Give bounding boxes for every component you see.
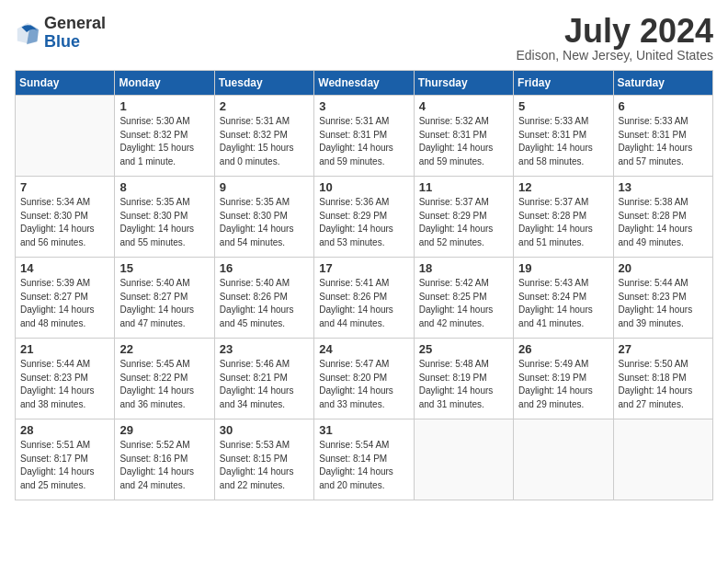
day-info: Sunrise: 5:46 AM Sunset: 8:21 PM Dayligh… [220, 358, 309, 411]
calendar-cell [414, 419, 513, 500]
calendar-week-row: 7Sunrise: 5:34 AM Sunset: 8:30 PM Daylig… [16, 177, 713, 258]
day-number: 5 [518, 99, 608, 113]
calendar-table: SundayMondayTuesdayWednesdayThursdayFrid… [15, 70, 713, 500]
calendar-cell: 8Sunrise: 5:35 AM Sunset: 8:30 PM Daylig… [115, 177, 214, 258]
day-number: 21 [20, 342, 109, 356]
logo-general: General [44, 14, 106, 32]
calendar-cell: 4Sunrise: 5:32 AM Sunset: 8:31 PM Daylig… [414, 96, 513, 177]
day-number: 9 [220, 180, 309, 194]
weekday-header-tuesday: Tuesday [214, 71, 313, 96]
calendar-cell: 29Sunrise: 5:52 AM Sunset: 8:16 PM Dayli… [115, 419, 214, 500]
day-number: 20 [619, 261, 708, 275]
day-info: Sunrise: 5:30 AM Sunset: 8:32 PM Dayligh… [119, 115, 209, 168]
calendar-cell: 18Sunrise: 5:42 AM Sunset: 8:25 PM Dayli… [414, 258, 513, 339]
day-info: Sunrise: 5:52 AM Sunset: 8:16 PM Dayligh… [119, 439, 209, 492]
calendar-cell: 23Sunrise: 5:46 AM Sunset: 8:21 PM Dayli… [214, 339, 313, 419]
day-info: Sunrise: 5:45 AM Sunset: 8:22 PM Dayligh… [119, 358, 209, 411]
day-info: Sunrise: 5:44 AM Sunset: 8:23 PM Dayligh… [20, 358, 109, 411]
calendar-cell: 22Sunrise: 5:45 AM Sunset: 8:22 PM Dayli… [115, 339, 214, 419]
day-info: Sunrise: 5:37 AM Sunset: 8:28 PM Dayligh… [518, 196, 608, 249]
day-info: Sunrise: 5:38 AM Sunset: 8:28 PM Dayligh… [619, 196, 708, 249]
calendar-cell [16, 96, 115, 177]
logo-blue: Blue [44, 32, 80, 51]
day-info: Sunrise: 5:40 AM Sunset: 8:26 PM Dayligh… [220, 277, 309, 330]
day-info: Sunrise: 5:50 AM Sunset: 8:18 PM Dayligh… [619, 358, 708, 411]
weekday-header-saturday: Saturday [613, 71, 712, 96]
day-number: 28 [20, 423, 109, 437]
day-info: Sunrise: 5:48 AM Sunset: 8:19 PM Dayligh… [419, 358, 508, 411]
day-number: 14 [20, 261, 109, 275]
day-number: 22 [119, 342, 209, 356]
calendar-cell: 6Sunrise: 5:33 AM Sunset: 8:31 PM Daylig… [613, 96, 712, 177]
calendar-cell: 11Sunrise: 5:37 AM Sunset: 8:29 PM Dayli… [414, 177, 513, 258]
day-info: Sunrise: 5:41 AM Sunset: 8:26 PM Dayligh… [319, 277, 408, 330]
day-info: Sunrise: 5:53 AM Sunset: 8:15 PM Dayligh… [220, 439, 309, 492]
calendar-cell: 30Sunrise: 5:53 AM Sunset: 8:15 PM Dayli… [214, 419, 313, 500]
day-number: 10 [319, 180, 408, 194]
calendar-cell: 2Sunrise: 5:31 AM Sunset: 8:32 PM Daylig… [214, 96, 313, 177]
day-number: 15 [119, 261, 209, 275]
calendar-cell: 10Sunrise: 5:36 AM Sunset: 8:29 PM Dayli… [314, 177, 414, 258]
weekday-header-thursday: Thursday [414, 71, 513, 96]
calendar-cell: 15Sunrise: 5:40 AM Sunset: 8:27 PM Dayli… [115, 258, 214, 339]
day-number: 17 [319, 261, 408, 275]
day-number: 4 [419, 99, 508, 113]
calendar-cell: 31Sunrise: 5:54 AM Sunset: 8:14 PM Dayli… [314, 419, 414, 500]
weekday-header-row: SundayMondayTuesdayWednesdayThursdayFrid… [16, 71, 713, 96]
day-info: Sunrise: 5:34 AM Sunset: 8:30 PM Dayligh… [20, 196, 109, 249]
day-number: 29 [119, 423, 209, 437]
calendar-cell: 24Sunrise: 5:47 AM Sunset: 8:20 PM Dayli… [314, 339, 414, 419]
calendar-cell: 20Sunrise: 5:44 AM Sunset: 8:23 PM Dayli… [613, 258, 712, 339]
day-number: 23 [220, 342, 309, 356]
day-info: Sunrise: 5:33 AM Sunset: 8:31 PM Dayligh… [518, 115, 608, 168]
weekday-header-sunday: Sunday [16, 71, 115, 96]
calendar-cell: 12Sunrise: 5:37 AM Sunset: 8:28 PM Dayli… [514, 177, 613, 258]
day-info: Sunrise: 5:33 AM Sunset: 8:31 PM Dayligh… [619, 115, 708, 168]
day-info: Sunrise: 5:44 AM Sunset: 8:23 PM Dayligh… [619, 277, 708, 330]
calendar-cell: 3Sunrise: 5:31 AM Sunset: 8:31 PM Daylig… [314, 96, 414, 177]
day-number: 3 [319, 99, 408, 113]
calendar-cell: 27Sunrise: 5:50 AM Sunset: 8:18 PM Dayli… [613, 339, 712, 419]
day-info: Sunrise: 5:40 AM Sunset: 8:27 PM Dayligh… [119, 277, 209, 330]
calendar-cell [514, 419, 613, 500]
day-number: 8 [119, 180, 209, 194]
calendar-cell: 17Sunrise: 5:41 AM Sunset: 8:26 PM Dayli… [314, 258, 414, 339]
day-info: Sunrise: 5:39 AM Sunset: 8:27 PM Dayligh… [20, 277, 109, 330]
month-title: July 2024 [516, 15, 713, 48]
day-number: 7 [20, 180, 109, 194]
calendar-cell: 21Sunrise: 5:44 AM Sunset: 8:23 PM Dayli… [16, 339, 115, 419]
day-number: 13 [619, 180, 708, 194]
calendar-cell: 9Sunrise: 5:35 AM Sunset: 8:30 PM Daylig… [214, 177, 313, 258]
day-info: Sunrise: 5:35 AM Sunset: 8:30 PM Dayligh… [119, 196, 209, 249]
day-number: 12 [518, 180, 608, 194]
day-number: 16 [220, 261, 309, 275]
calendar-cell [613, 419, 712, 500]
day-number: 26 [518, 342, 608, 356]
calendar-cell: 14Sunrise: 5:39 AM Sunset: 8:27 PM Dayli… [16, 258, 115, 339]
calendar-cell: 28Sunrise: 5:51 AM Sunset: 8:17 PM Dayli… [16, 419, 115, 500]
day-number: 2 [220, 99, 309, 113]
day-info: Sunrise: 5:37 AM Sunset: 8:29 PM Dayligh… [419, 196, 508, 249]
day-info: Sunrise: 5:47 AM Sunset: 8:20 PM Dayligh… [319, 358, 408, 411]
page-header: General Blue July 2024 Edison, New Jerse… [15, 15, 713, 63]
weekday-header-friday: Friday [514, 71, 613, 96]
day-number: 18 [419, 261, 508, 275]
day-info: Sunrise: 5:54 AM Sunset: 8:14 PM Dayligh… [319, 439, 408, 492]
title-block: July 2024 Edison, New Jersey, United Sta… [516, 15, 713, 63]
calendar-cell: 26Sunrise: 5:49 AM Sunset: 8:19 PM Dayli… [514, 339, 613, 419]
weekday-header-monday: Monday [115, 71, 214, 96]
day-info: Sunrise: 5:42 AM Sunset: 8:25 PM Dayligh… [419, 277, 508, 330]
calendar-cell: 1Sunrise: 5:30 AM Sunset: 8:32 PM Daylig… [115, 96, 214, 177]
calendar-cell: 16Sunrise: 5:40 AM Sunset: 8:26 PM Dayli… [214, 258, 313, 339]
calendar-week-row: 1Sunrise: 5:30 AM Sunset: 8:32 PM Daylig… [16, 96, 713, 177]
day-number: 31 [319, 423, 408, 437]
calendar-week-row: 21Sunrise: 5:44 AM Sunset: 8:23 PM Dayli… [16, 339, 713, 419]
calendar-week-row: 28Sunrise: 5:51 AM Sunset: 8:17 PM Dayli… [16, 419, 713, 500]
day-number: 25 [419, 342, 508, 356]
day-info: Sunrise: 5:31 AM Sunset: 8:32 PM Dayligh… [220, 115, 309, 168]
calendar-cell: 25Sunrise: 5:48 AM Sunset: 8:19 PM Dayli… [414, 339, 513, 419]
weekday-header-wednesday: Wednesday [314, 71, 414, 96]
day-number: 19 [518, 261, 608, 275]
calendar-cell: 5Sunrise: 5:33 AM Sunset: 8:31 PM Daylig… [514, 96, 613, 177]
day-info: Sunrise: 5:43 AM Sunset: 8:24 PM Dayligh… [518, 277, 608, 330]
